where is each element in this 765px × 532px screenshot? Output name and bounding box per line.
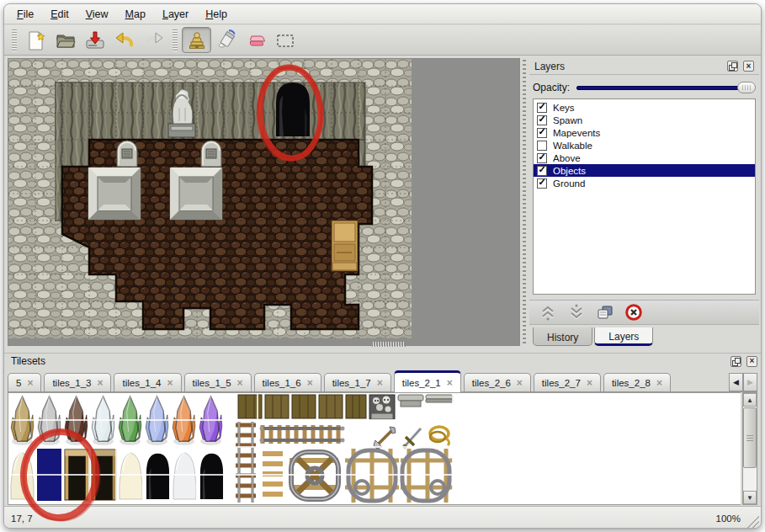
tab-scroll-buttons: ◀ ▶ <box>729 373 757 391</box>
layer-row[interactable]: ✓ Objects <box>534 164 755 177</box>
tile-rail-vertical[interactable] <box>234 422 256 503</box>
tileset-tab[interactable]: tiles_1_6× <box>254 373 321 391</box>
tile-rail-horizontal[interactable] <box>260 425 345 444</box>
layer-row[interactable]: ✓ Above <box>534 152 755 164</box>
map-splitter-grip[interactable] <box>372 342 406 347</box>
tile-sword[interactable] <box>403 428 422 449</box>
layer-row[interactable]: ✓ Keys <box>534 101 755 114</box>
tileset-scrollbar[interactable]: ▲ ▼ <box>742 392 757 505</box>
tab-history[interactable]: History <box>533 327 592 346</box>
layer-row[interactable]: ✓ Walkable <box>534 139 755 152</box>
tileset-tab[interactable]: tiles_2_8× <box>603 373 671 391</box>
tileset-tab[interactable]: tiles_1_3× <box>44 373 111 391</box>
menu-map[interactable]: Map <box>125 8 146 20</box>
tileset-tab[interactable]: tiles_1_5× <box>184 373 252 391</box>
close-panel-button[interactable]: × <box>743 61 754 72</box>
raise-layer-button[interactable] <box>538 302 558 322</box>
layers-panel-title: Layers <box>534 61 722 72</box>
dock-splitter-grip[interactable] <box>523 60 526 344</box>
layer-visibility-checkbox[interactable]: ✓ <box>537 128 547 138</box>
tab-close-icon[interactable]: × <box>237 377 243 389</box>
layer-visibility-checkbox[interactable]: ✓ <box>537 178 547 189</box>
opacity-slider-handle[interactable] <box>737 82 756 93</box>
redo-button[interactable] <box>139 27 168 53</box>
tile-snow-mound[interactable] <box>173 453 197 499</box>
tileset-canvas[interactable] <box>8 393 741 504</box>
scroll-up-button[interactable]: ▲ <box>743 393 757 407</box>
tab-close-icon[interactable]: × <box>447 377 453 389</box>
layer-row[interactable]: ✓ Spawn <box>534 114 755 126</box>
scrollbar-thumb[interactable] <box>743 407 757 468</box>
close-icon: × <box>750 357 755 365</box>
resize-grip[interactable] <box>747 516 759 528</box>
tab-close-icon[interactable]: × <box>587 377 592 389</box>
tab-close-icon[interactable]: × <box>517 377 523 389</box>
tile-cave-opening[interactable] <box>200 454 223 499</box>
tab-close-icon[interactable]: × <box>307 377 313 389</box>
layer-visibility-checkbox[interactable]: ✓ <box>537 141 547 151</box>
tab-close-icon[interactable]: × <box>97 377 103 389</box>
tile-stone-ledge[interactable] <box>426 395 453 402</box>
tileset-tab-active[interactable]: tiles_2_1× <box>394 370 461 392</box>
fill-tool-button[interactable] <box>211 27 241 53</box>
scroll-down-button[interactable]: ▼ <box>743 491 757 504</box>
open-map-button[interactable] <box>50 27 80 53</box>
scroll-tabs-left-button[interactable]: ◀ <box>729 373 743 391</box>
tile-pale-mound[interactable] <box>11 453 35 499</box>
map-empty-area <box>8 338 412 345</box>
float-panel-button[interactable] <box>727 61 738 72</box>
eraser-tool-button[interactable] <box>241 27 270 53</box>
tileset-tab[interactable]: 5× <box>8 373 41 391</box>
duplicate-layer-button[interactable] <box>595 302 615 322</box>
tileset-tab[interactable]: tiles_2_6× <box>464 373 531 391</box>
tile-glow-mound[interactable] <box>120 453 143 499</box>
restore-icon <box>730 63 736 69</box>
tab-label: Layers <box>608 331 639 343</box>
layer-row[interactable]: ✓ Ground <box>534 177 755 189</box>
tab-close-icon[interactable]: × <box>167 377 173 389</box>
layer-visibility-checkbox[interactable]: ✓ <box>537 103 547 113</box>
chevrons-down-icon <box>567 303 586 322</box>
layer-visibility-checkbox[interactable]: ✓ <box>537 115 547 125</box>
lower-layer-button[interactable] <box>566 302 587 322</box>
layer-visibility-checkbox[interactable]: ✓ <box>537 166 547 176</box>
map-canvas[interactable] <box>8 59 519 345</box>
tab-close-icon[interactable]: × <box>656 377 662 389</box>
close-panel-button[interactable]: × <box>746 356 757 367</box>
menu-help[interactable]: Help <box>205 8 227 20</box>
tile-rope-coil[interactable] <box>430 427 449 445</box>
delete-layer-button[interactable] <box>624 302 644 322</box>
toolbar-grip[interactable] <box>173 29 178 51</box>
save-map-button[interactable] <box>80 27 109 53</box>
layers-panel-header: Layers × <box>529 58 759 75</box>
tab-label: tiles_1_3 <box>52 378 91 388</box>
tombstone-sprite <box>117 141 137 167</box>
tileset-tab[interactable]: tiles_1_4× <box>114 373 181 391</box>
tile-column-capital[interactable] <box>398 395 423 407</box>
tab-layers[interactable]: Layers <box>594 327 653 346</box>
layer-row[interactable]: ✓ Mapevents <box>534 126 755 139</box>
tile-cave-opening[interactable] <box>146 454 169 499</box>
scroll-tabs-right-button[interactable]: ▶ <box>743 373 757 391</box>
menu-edit[interactable]: Edit <box>50 8 69 20</box>
new-map-button[interactable] <box>21 27 50 53</box>
opacity-slider-track[interactable] <box>576 86 754 90</box>
tile-shovel[interactable] <box>374 427 396 449</box>
map-canvas-panel[interactable] <box>8 58 520 346</box>
menu-view[interactable]: View <box>86 8 109 20</box>
tile-skull-pillar[interactable] <box>369 395 395 419</box>
stamp-tool-button[interactable] <box>182 27 211 53</box>
tab-close-icon[interactable]: × <box>27 377 33 389</box>
undo-button[interactable] <box>109 27 139 53</box>
menu-layer[interactable]: Layer <box>162 8 189 20</box>
select-tool-button[interactable] <box>270 27 300 53</box>
float-panel-button[interactable] <box>730 356 741 367</box>
opacity-slider[interactable] <box>576 81 756 94</box>
toolbar-grip[interactable] <box>12 29 17 51</box>
tileset-canvas-area[interactable] <box>8 392 741 505</box>
layer-visibility-checkbox[interactable]: ✓ <box>537 153 547 163</box>
menu-file[interactable]: File <box>17 8 34 20</box>
tab-close-icon[interactable]: × <box>377 377 383 389</box>
tileset-tab[interactable]: tiles_1_7× <box>324 373 391 391</box>
tileset-tab[interactable]: tiles_2_7× <box>534 373 601 391</box>
